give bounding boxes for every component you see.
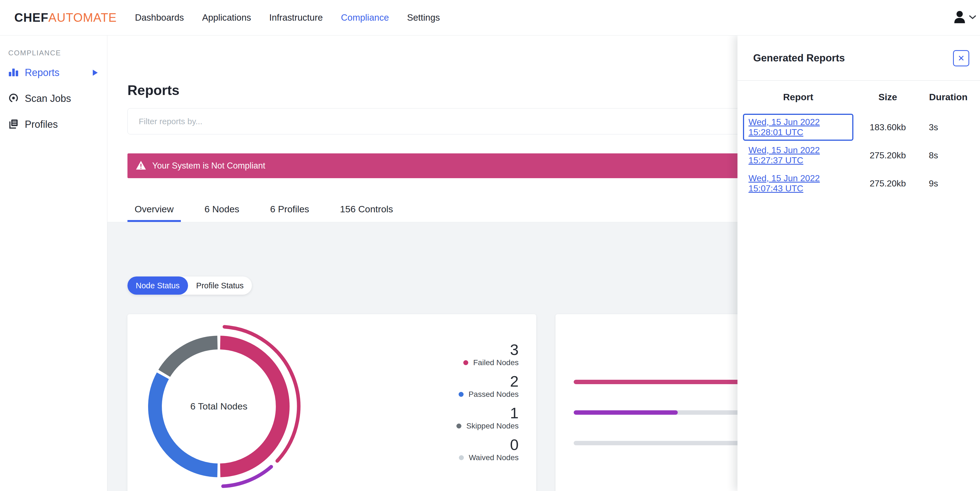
alert-text: Your System is Not Compliant xyxy=(152,161,266,171)
legend-dot xyxy=(459,392,464,397)
report-size: 275.20kb xyxy=(853,150,922,161)
column-header-duration: Duration xyxy=(922,92,975,102)
logo-chef: CHEF xyxy=(14,11,48,24)
chef-automate-logo[interactable]: CHEFAUTOMATE xyxy=(14,11,117,24)
submenu-arrow-icon[interactable] xyxy=(93,70,98,76)
bar-chart-icon xyxy=(8,67,19,78)
user-menu[interactable] xyxy=(953,0,976,35)
node-status-card: 6 Total Nodes 3 Failed Nodes 2 Passed No… xyxy=(127,314,536,491)
nav-item-compliance[interactable]: Compliance xyxy=(341,13,389,23)
report-size: 275.20kb xyxy=(853,179,922,189)
column-header-size: Size xyxy=(853,92,922,102)
legend-label: Skipped Nodes xyxy=(466,422,519,430)
report-duration: 8s xyxy=(922,150,975,161)
donut-center-label: 6 Total Nodes xyxy=(178,401,260,412)
legend-dot xyxy=(463,360,468,365)
legend-dot xyxy=(457,424,461,429)
report-size: 183.60kb xyxy=(853,122,922,132)
legend-value: 1 xyxy=(510,405,519,421)
user-profile-icon[interactable] xyxy=(953,9,966,27)
report-link[interactable]: Wed, 15 Jun 2022 15:27:37 UTC xyxy=(748,145,820,165)
report-link[interactable]: Wed, 15 Jun 2022 15:07:43 UTC xyxy=(748,173,820,193)
sidebar-item-label: Profiles xyxy=(25,119,58,130)
legend-label: Waived Nodes xyxy=(469,453,519,462)
profiles-book-icon xyxy=(8,119,19,130)
legend-value: 2 xyxy=(510,373,519,389)
sidebar-item-label: Reports xyxy=(25,67,59,78)
sidebar-item-scan-jobs[interactable]: Scan Jobs xyxy=(0,88,107,109)
nav-item-settings[interactable]: Settings xyxy=(407,13,440,23)
selected-report-focus-ring: Wed, 15 Jun 2022 15:28:01 UTC xyxy=(743,114,853,141)
legend-value: 3 xyxy=(510,342,519,358)
table-header-row: Report Size Duration xyxy=(743,81,975,113)
tab-profiles[interactable]: 6 Profiles xyxy=(263,198,316,222)
table-row: Wed, 15 Jun 2022 15:28:01 UTC 183.60kb 3… xyxy=(743,113,975,141)
legend-entry-failed[interactable]: 3 Failed Nodes xyxy=(463,342,519,367)
legend-dot xyxy=(459,455,464,460)
legend-entry-passed[interactable]: 2 Passed Nodes xyxy=(459,373,519,399)
chevron-down-icon[interactable] xyxy=(969,15,976,21)
legend-entry-waived[interactable]: 0 Waived Nodes xyxy=(459,437,519,462)
compliance-sidebar: COMPLIANCE Reports Scan Jobs Profiles xyxy=(0,35,107,491)
main-nav: Dashboards Applications Infrastructure C… xyxy=(135,13,440,23)
tab-overview[interactable]: Overview xyxy=(127,198,181,222)
table-row: Wed, 15 Jun 2022 15:27:37 UTC 275.20kb 8… xyxy=(743,141,975,169)
warning-triangle-icon xyxy=(136,161,146,171)
report-duration: 3s xyxy=(922,122,975,132)
page-title: Reports xyxy=(127,82,180,98)
nav-item-applications[interactable]: Applications xyxy=(202,13,251,23)
legend-label: Failed Nodes xyxy=(473,358,519,367)
report-link[interactable]: Wed, 15 Jun 2022 15:28:01 UTC xyxy=(748,117,820,137)
severity-bar-fill xyxy=(574,410,678,415)
top-navbar: CHEFAUTOMATE Dashboards Applications Inf… xyxy=(0,0,980,35)
toggle-profile-status[interactable]: Profile Status xyxy=(188,276,252,295)
legend-value: 0 xyxy=(510,437,519,453)
close-icon[interactable]: ✕ xyxy=(953,50,969,66)
nav-item-infrastructure[interactable]: Infrastructure xyxy=(269,13,323,23)
nav-item-dashboards[interactable]: Dashboards xyxy=(135,13,184,23)
sidebar-item-reports[interactable]: Reports xyxy=(0,62,107,83)
table-row: Wed, 15 Jun 2022 15:07:43 UTC 275.20kb 9… xyxy=(743,169,975,198)
generated-reports-panel: Generated Reports ✕ Report Size Duration… xyxy=(738,35,980,491)
sidebar-item-profiles[interactable]: Profiles xyxy=(0,114,107,135)
scanner-icon xyxy=(8,93,19,104)
tab-controls[interactable]: 156 Controls xyxy=(333,198,400,222)
tab-nodes[interactable]: 6 Nodes xyxy=(197,198,247,222)
legend-label: Passed Nodes xyxy=(469,390,519,399)
sidebar-section-label: COMPLIANCE xyxy=(8,49,107,57)
node-status-donut[interactable]: 6 Total Nodes xyxy=(136,324,301,489)
generated-reports-table: Report Size Duration Wed, 15 Jun 2022 15… xyxy=(738,81,980,198)
donut-legend: 3 Failed Nodes 2 Passed Nodes 1 Skipped … xyxy=(457,342,519,469)
toggle-node-status[interactable]: Node Status xyxy=(127,276,188,295)
report-tabs: Overview 6 Nodes 6 Profiles 156 Controls xyxy=(127,198,400,222)
sidebar-item-label: Scan Jobs xyxy=(25,93,71,104)
panel-title: Generated Reports xyxy=(753,52,845,64)
panel-header: Generated Reports ✕ xyxy=(738,35,980,81)
legend-entry-skipped[interactable]: 1 Skipped Nodes xyxy=(457,405,519,430)
status-toggle: Node Status Profile Status xyxy=(127,276,252,295)
report-duration: 9s xyxy=(922,179,975,189)
column-header-report: Report xyxy=(743,92,853,102)
logo-automate: AUTOMATE xyxy=(48,11,117,24)
